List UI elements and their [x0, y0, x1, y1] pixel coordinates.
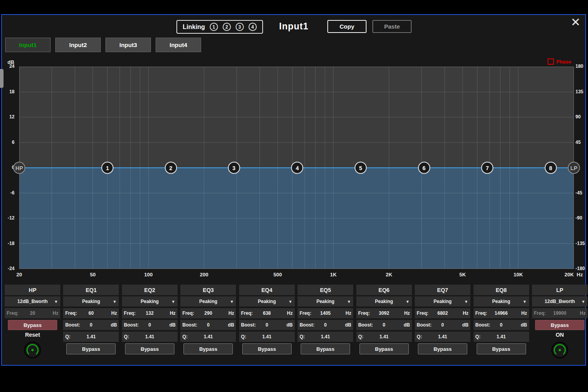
bypass-button[interactable]: Bypass [477, 343, 526, 354]
eq-band-5-handle[interactable]: 5 [355, 162, 367, 174]
bypass-button[interactable]: Bypass [535, 320, 584, 330]
bypass-button[interactable]: Bypass [359, 343, 409, 354]
bypass-button[interactable]: Bypass [125, 343, 174, 354]
eq-band-6-handle[interactable]: 6 [418, 162, 430, 174]
q-label: Q: [358, 334, 363, 339]
eq-band-8-handle[interactable]: 8 [544, 162, 557, 174]
linking-channel-3-button[interactable]: 3 [236, 23, 244, 31]
db-tick-label: -12 [2, 215, 15, 221]
phase-toggle[interactable]: Phase [548, 58, 571, 65]
chevron-down-icon: ▼ [230, 299, 234, 304]
tab-input1[interactable]: Input1 [5, 38, 51, 52]
filter-type-value: Peaking [82, 299, 100, 304]
channel-eq2: EQ2Peaking▼Freq:132HzBoost:0dBQ:1.41Bypa… [122, 285, 178, 356]
q-value[interactable]: 1.41 [204, 334, 213, 339]
q-value[interactable]: 1.41 [145, 334, 154, 339]
filter-type-dropdown[interactable]: Peaking▼ [474, 296, 529, 307]
channel-title: HP [5, 285, 60, 295]
q-value[interactable]: 1.41 [262, 334, 271, 339]
chevron-down-icon: ▼ [581, 299, 585, 304]
tab-input3[interactable]: Input3 [105, 38, 151, 52]
bypass-button[interactable]: Bypass [418, 343, 467, 354]
dsp-input-window: Linking 1 2 3 4 Input1 Copy Paste ✕ Inpu… [1, 14, 586, 366]
eq-band-2-handle[interactable]: 2 [165, 162, 177, 174]
boost-unit: dB [169, 322, 176, 328]
boost-value[interactable]: 0 [207, 322, 210, 328]
freq-value[interactable]: 290 [204, 310, 212, 316]
bypass-button[interactable]: Bypass [242, 343, 292, 354]
bypass-button[interactable]: Bypass [66, 343, 116, 354]
freq-tick-label: 20K [559, 272, 580, 278]
filter-type-dropdown[interactable]: 12dB_Bworth▼ [5, 296, 60, 307]
filter-type-dropdown[interactable]: Peaking▼ [180, 296, 236, 307]
q-value[interactable]: 1.41 [379, 334, 388, 339]
phase-label: Phase [556, 59, 571, 65]
freq-unit: Hz [404, 310, 410, 316]
channel-eq5: EQ5Peaking▼Freq:1405HzBoost:0dBQ:1.41Byp… [298, 285, 353, 356]
channel-title: EQ8 [474, 285, 529, 295]
copy-button[interactable]: Copy [327, 20, 367, 33]
boost-value[interactable]: 0 [149, 322, 151, 328]
bypass-button[interactable]: Bypass [301, 343, 350, 354]
eq-band-3-handle[interactable]: 3 [228, 162, 240, 174]
filter-type-dropdown[interactable]: Peaking▼ [239, 296, 295, 307]
phase-tick-label: 135 [575, 89, 587, 94]
boost-value[interactable]: 0 [265, 322, 268, 328]
freq-tick-label: 100 [138, 272, 159, 278]
q-row: Q:1.41 [239, 332, 295, 342]
q-row: Q:1.41 [474, 332, 529, 342]
tab-input2[interactable]: Input2 [55, 38, 101, 52]
tab-input4[interactable]: Input4 [156, 38, 201, 52]
eq-band-4-handle[interactable]: 4 [291, 162, 303, 174]
bypass-button[interactable]: Bypass [8, 320, 57, 330]
boost-value[interactable]: 0 [90, 322, 93, 328]
close-icon[interactable]: ✕ [571, 16, 581, 28]
eq-response-graph[interactable]: HP12345678LP [19, 67, 574, 269]
paste-button[interactable]: Paste [372, 20, 412, 33]
filter-type-dropdown[interactable]: Peaking▼ [122, 296, 178, 307]
freq-label: Freq: [299, 310, 311, 316]
filter-type-dropdown[interactable]: Peaking▼ [415, 296, 470, 307]
freq-value[interactable]: 132 [146, 310, 154, 316]
freq-value[interactable]: 1405 [320, 310, 331, 316]
bypass-button[interactable]: Bypass [183, 343, 233, 354]
q-value[interactable]: 1.41 [438, 334, 447, 339]
boost-value[interactable]: 0 [324, 322, 327, 328]
linking-channel-1-button[interactable]: 1 [210, 23, 218, 31]
filter-type-dropdown[interactable]: Peaking▼ [63, 296, 119, 307]
freq-value[interactable]: 14966 [495, 310, 508, 316]
q-value[interactable]: 1.41 [321, 334, 330, 339]
freq-value[interactable]: 60 [89, 310, 94, 316]
lp-filter-handle[interactable]: LP [568, 162, 580, 174]
hp-filter-handle[interactable]: HP [13, 162, 25, 174]
q-label: Q: [124, 334, 129, 339]
filter-type-dropdown[interactable]: Peaking▼ [356, 296, 412, 307]
q-value[interactable]: 1.41 [497, 334, 506, 339]
freq-row: Freq:60Hz [63, 308, 119, 318]
linking-label: Linking [183, 24, 205, 31]
filter-type-value: 12dB_Bworth [544, 299, 575, 304]
filter-type-dropdown[interactable]: Peaking▼ [298, 296, 353, 307]
power-knob[interactable] [551, 341, 569, 359]
side-drawer-handle[interactable] [0, 69, 4, 88]
linking-channel-4-button[interactable]: 4 [249, 23, 257, 31]
freq-label: Freq: [7, 310, 18, 316]
boost-label: Boost: [124, 322, 139, 328]
reset-knob[interactable] [24, 341, 42, 359]
channel-title: EQ7 [415, 285, 470, 295]
eq-band-7-handle[interactable]: 7 [481, 162, 494, 174]
boost-value[interactable]: 0 [383, 322, 385, 328]
freq-value[interactable]: 6802 [437, 310, 448, 316]
boost-value[interactable]: 0 [500, 322, 503, 328]
freq-label: Freq: [475, 310, 487, 316]
eq-band-1-handle[interactable]: 1 [102, 162, 114, 174]
linking-channel-2-button[interactable]: 2 [223, 23, 231, 31]
filter-type-dropdown[interactable]: 12dB_Bworth▼ [532, 296, 588, 307]
freq-value[interactable]: 638 [263, 310, 271, 316]
phase-checkbox[interactable] [548, 58, 554, 65]
boost-unit: dB [111, 322, 117, 328]
freq-value[interactable]: 3092 [379, 310, 389, 316]
boost-row: Boost:0dB [415, 320, 470, 330]
boost-value[interactable]: 0 [441, 322, 444, 328]
q-value[interactable]: 1.41 [87, 334, 96, 339]
